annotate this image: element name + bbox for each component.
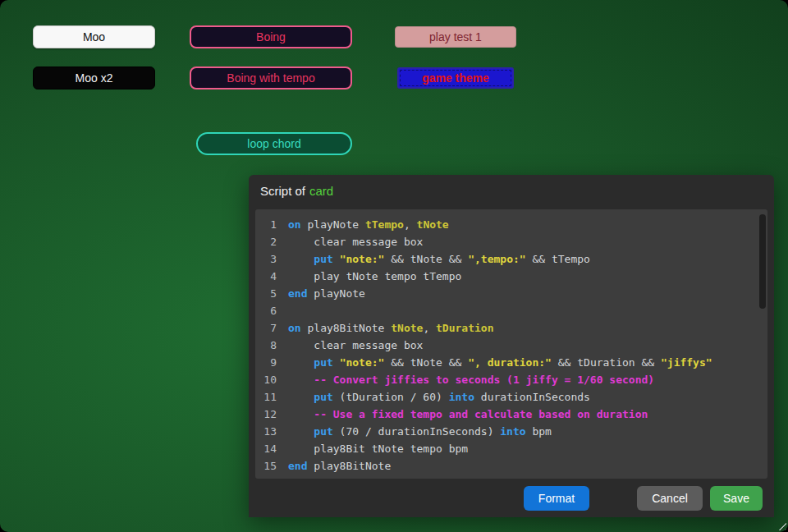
line-number: 2 bbox=[255, 233, 277, 250]
code-line: 3 put "note:" && tNote && ",tempo:" && t… bbox=[255, 250, 756, 268]
code-text: put (tDuration / 60) into durationInSeco… bbox=[288, 388, 590, 406]
moo-button[interactable]: Moo bbox=[33, 25, 155, 48]
line-number: 5 bbox=[255, 285, 277, 302]
code-line: 1on playNote tTempo, tNote bbox=[255, 216, 756, 233]
line-number: 10 bbox=[255, 371, 277, 388]
boing-with-tempo-button[interactable]: Boing with tempo bbox=[190, 66, 352, 89]
code-text: put "note:" && tNote && ", duration:" &&… bbox=[288, 354, 712, 371]
code-text: on playNote tTempo, tNote bbox=[288, 216, 449, 233]
code-line: 10 -- Convert jiffies to seconds (1 jiff… bbox=[255, 371, 756, 388]
code-line: 4 play tNote tempo tTempo bbox=[255, 268, 756, 285]
script-editor-title: Script of card bbox=[249, 175, 774, 206]
code-line: 2 clear message box bbox=[255, 233, 756, 250]
code-text: on play8BitNote tNote, tDuration bbox=[288, 319, 493, 337]
code-line: 5end playNote bbox=[255, 285, 756, 302]
code-text: -- Convert jiffies to seconds (1 jiffy =… bbox=[288, 371, 654, 388]
code-line: 12 -- Use a fixed tempo and calculate ba… bbox=[255, 406, 756, 423]
line-number: 6 bbox=[255, 302, 277, 319]
cancel-button[interactable]: Cancel bbox=[637, 486, 703, 511]
script-editor-panel: Script of card 1on playNote tTempo, tNot… bbox=[249, 175, 774, 517]
scrollbar-track[interactable] bbox=[758, 211, 767, 477]
card-window: Moo Moo x2 Boing Boing with tempo play t… bbox=[0, 0, 788, 532]
line-number: 14 bbox=[255, 440, 277, 457]
format-button[interactable]: Format bbox=[524, 486, 589, 511]
line-number: 12 bbox=[255, 406, 277, 423]
code-lines: 1on playNote tTempo, tNote2 clear messag… bbox=[255, 216, 756, 475]
game-theme-button[interactable]: game theme bbox=[397, 67, 514, 89]
code-line: 9 put "note:" && tNote && ", duration:" … bbox=[255, 354, 756, 371]
play-test-1-button[interactable]: play test 1 bbox=[395, 26, 516, 48]
script-title-prefix: Script of bbox=[260, 184, 305, 198]
window-resize-handle[interactable] bbox=[775, 519, 786, 530]
code-line: 11 put (tDuration / 60) into durationInS… bbox=[255, 388, 756, 406]
code-line: 14 play8Bit tNote tempo bpm bbox=[255, 440, 756, 457]
code-editor[interactable]: 1on playNote tTempo, tNote2 clear messag… bbox=[255, 209, 767, 479]
loop-chord-button[interactable]: loop chord bbox=[196, 132, 352, 155]
code-text: end play8BitNote bbox=[288, 457, 391, 475]
code-text: end playNote bbox=[288, 285, 365, 302]
code-text: put (70 / durationInSeconds) into bpm bbox=[288, 423, 552, 440]
script-editor-footer: Format Cancel Save bbox=[249, 479, 774, 517]
save-button[interactable]: Save bbox=[710, 486, 763, 511]
code-text: put "note:" && tNote && ",tempo:" && tTe… bbox=[288, 250, 590, 268]
line-number: 13 bbox=[255, 423, 277, 440]
boing-button[interactable]: Boing bbox=[190, 25, 352, 48]
code-text: clear message box bbox=[288, 337, 423, 354]
code-line: 6 bbox=[255, 302, 756, 319]
line-number: 15 bbox=[255, 457, 277, 475]
code-text: play tNote tempo tTempo bbox=[288, 268, 461, 285]
script-title-target: card bbox=[309, 184, 333, 198]
code-line: 7on play8BitNote tNote, tDuration bbox=[255, 319, 756, 337]
code-text: -- Use a fixed tempo and calculate based… bbox=[288, 406, 648, 423]
line-number: 11 bbox=[255, 388, 277, 406]
scrollbar-thumb[interactable] bbox=[759, 214, 766, 309]
line-number: 1 bbox=[255, 216, 277, 233]
line-number: 9 bbox=[255, 354, 277, 371]
code-line: 15end play8BitNote bbox=[255, 457, 756, 475]
line-number: 3 bbox=[255, 250, 277, 268]
line-number: 4 bbox=[255, 268, 277, 285]
code-line: 13 put (70 / durationInSeconds) into bpm bbox=[255, 423, 756, 440]
code-line: 8 clear message box bbox=[255, 337, 756, 354]
code-text: play8Bit tNote tempo bpm bbox=[288, 440, 468, 457]
line-number: 8 bbox=[255, 337, 277, 354]
moo-x2-button[interactable]: Moo x2 bbox=[33, 66, 155, 89]
code-text: clear message box bbox=[288, 233, 423, 250]
line-number: 7 bbox=[255, 319, 277, 337]
